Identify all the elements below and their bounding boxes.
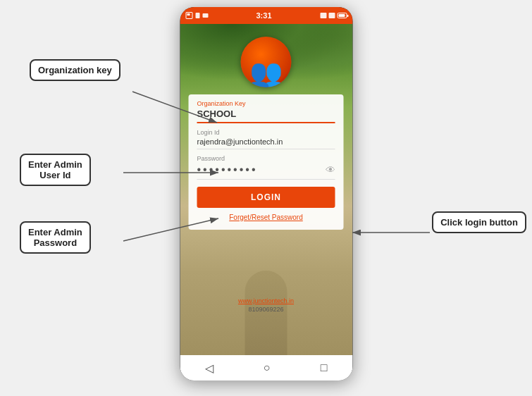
back-button[interactable]: ◁: [205, 361, 214, 375]
login-form-card: Organization Key SCHOOL Login Id rajendr…: [189, 94, 344, 230]
website-link[interactable]: www.junctiontech.in: [180, 297, 352, 304]
org-key-label: Organization Key: [197, 100, 335, 107]
scene: 3:31 👥: [0, 0, 532, 396]
status-bar: 3:31: [180, 7, 352, 24]
form-overlay: 👥 Organization Key SCHOOL Login Id rajen…: [180, 24, 352, 355]
phone-content: 👥 Organization Key SCHOOL Login Id rajen…: [180, 24, 352, 355]
phone-frame: 3:31 👥: [180, 7, 352, 380]
recent-button[interactable]: □: [321, 361, 328, 374]
org-key-value: SCHOOL: [197, 109, 335, 123]
login-button-callout: Click login button: [432, 211, 526, 233]
login-id-callout: Enter AdminUser Id: [20, 154, 91, 186]
login-button[interactable]: LOGIN: [197, 187, 335, 208]
org-key-callout: Organization key: [30, 59, 120, 81]
app-logo: 👥: [241, 37, 292, 87]
eye-icon[interactable]: 👁: [326, 164, 335, 175]
logo-people-icon: 👥: [249, 59, 283, 86]
login-button-annotation: Click login button: [432, 211, 526, 233]
forget-password-link[interactable]: Forget/Reset Password: [197, 214, 335, 221]
password-row: •••••••••• 👁: [197, 163, 335, 180]
home-button[interactable]: ○: [264, 361, 271, 374]
login-id-annotation: Enter AdminUser Id: [20, 154, 91, 186]
bottom-nav: ◁ ○ □: [180, 355, 352, 380]
login-id-value: rajendra@junctiontech.in: [197, 137, 335, 149]
status-time: 3:31: [256, 11, 271, 20]
phone-number: 8109069226: [180, 306, 352, 313]
status-icons-right: [320, 13, 347, 18]
password-label: Password: [197, 155, 335, 162]
password-dots: ••••••••••: [197, 163, 326, 176]
password-annotation: Enter AdminPassword: [20, 221, 91, 254]
login-id-label: Login Id: [197, 129, 335, 136]
password-callout: Enter AdminPassword: [20, 221, 91, 254]
status-icons-left: [185, 12, 208, 19]
org-key-annotation: Organization key: [30, 59, 120, 81]
phone-footer: www.junctiontech.in 8109069226: [180, 297, 352, 313]
